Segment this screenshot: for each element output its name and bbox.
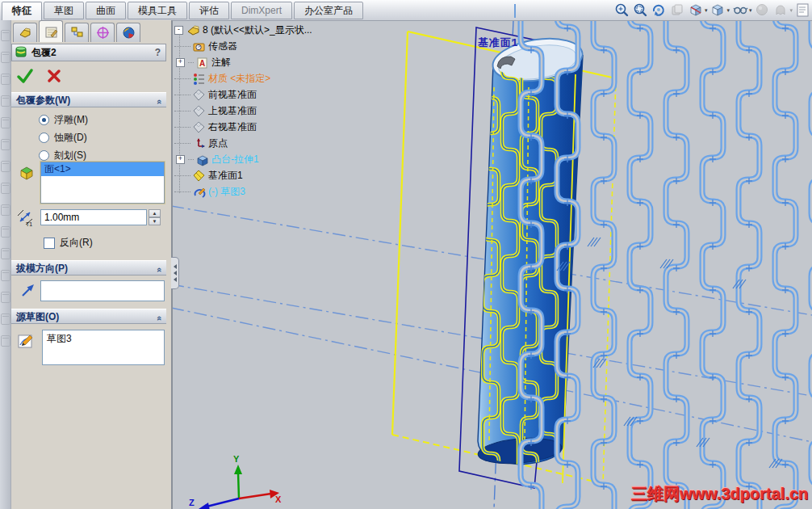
features-tab-icon[interactable] (13, 23, 37, 42)
help-button[interactable]: ? (155, 47, 161, 58)
thickness-stepper[interactable]: ▲ ▼ (149, 209, 161, 225)
tree-item-label: 基准面1 (208, 169, 243, 183)
section-source-sketch[interactable]: 源草图(O) « (11, 309, 166, 324)
tree-item-label: 8 (默认<<默认>_显示状... (203, 23, 312, 37)
scene-icon[interactable]: ▾ (772, 2, 793, 19)
tree-item-原点[interactable]: 原点 (174, 135, 348, 151)
docked-tool-icon (1, 292, 10, 303)
menu-tab-评估[interactable]: 评估 (189, 2, 229, 19)
tree-item-上视基准面[interactable]: 上视基准面 (174, 103, 348, 119)
docked-tool-icon (1, 161, 10, 172)
menu-tab-DimXpert[interactable]: DimXpert (231, 2, 292, 19)
application-window: YXZ 基准面1 三维网www.3dportal.cn 特征草图曲面模具工具评估… (0, 0, 812, 509)
section-title: 拔模方向(P) (16, 263, 68, 274)
thickness-input[interactable] (40, 209, 147, 225)
radio-浮雕(M)[interactable]: 浮雕(M) (39, 111, 88, 128)
section-pull-direction[interactable]: 拔模方向(P) « (11, 260, 166, 276)
zoom-fit-icon[interactable] (613, 2, 630, 19)
menu-bar: 特征草图曲面模具工具评估DimXpert办公室产品 ▾▾▾▾ (0, 0, 812, 21)
docked-tool-icon (1, 117, 10, 128)
docked-tool-icon (1, 204, 10, 216)
tree-item-label: 右视基准面 (208, 120, 257, 134)
dropdown-arrow-icon[interactable]: ▾ (749, 7, 752, 14)
radio-刻划(S)[interactable]: 刻划(S) (39, 147, 86, 163)
menu-tab-特征[interactable]: 特征 (2, 2, 42, 21)
tree-branch-line (174, 45, 190, 47)
feature-header: 包覆2 ? (11, 44, 166, 61)
tree-item-右视基准面[interactable]: 右视基准面 (174, 119, 348, 135)
property-manager-tab-icon[interactable] (39, 20, 63, 42)
docked-tool-icon (1, 248, 10, 259)
menu-tab-模具工具[interactable]: 模具工具 (128, 2, 187, 19)
tree-item-凸台-拉伸1[interactable]: +凸台-拉伸1 (174, 151, 348, 167)
radio-button-icon[interactable] (39, 133, 49, 143)
tree-expand-icon[interactable]: + (176, 58, 185, 67)
rotate-view-icon[interactable] (651, 2, 668, 19)
plane-icon (192, 88, 206, 102)
stepper-down-icon[interactable]: ▼ (149, 217, 161, 225)
plane-selected-icon (192, 169, 206, 183)
tree-expand-icon[interactable]: + (176, 155, 185, 164)
dimxpert-tab-icon[interactable] (116, 23, 140, 42)
tree-collapse-icon[interactable]: - (174, 26, 183, 35)
configuration-tab-icon[interactable] (65, 23, 89, 42)
tree-item-前视基准面[interactable]: 前视基准面 (174, 86, 348, 103)
display-style-icon[interactable]: ▾ (732, 2, 753, 19)
stepper-up-icon[interactable]: ▲ (149, 209, 161, 217)
face-selection-icon (18, 164, 36, 185)
selected-face-item[interactable]: 面<1> (41, 162, 164, 176)
triad-axis-label: X (275, 494, 282, 504)
section-wrap-parameters[interactable]: 包覆参数(W) « (11, 92, 166, 107)
radio-button-icon[interactable] (39, 150, 49, 161)
menu-tab-曲面[interactable]: 曲面 (86, 2, 126, 19)
tree-branch-line (174, 191, 190, 192)
source-sketch-box[interactable]: 草图3 (42, 330, 165, 365)
face-selection-listbox[interactable]: 面<1> (40, 162, 165, 204)
collapse-chevron-icon: « (153, 316, 167, 321)
menu-tab-办公室产品[interactable]: 办公室产品 (294, 2, 363, 19)
reverse-checkbox[interactable] (44, 238, 55, 249)
reverse-label: 反向(R) (60, 236, 93, 250)
menu-tab-草图[interactable]: 草图 (44, 2, 84, 19)
tree-item-label: 传感器 (208, 40, 237, 53)
section-view-icon[interactable]: ▾ (688, 2, 709, 19)
docked-tool-icon (1, 313, 10, 325)
cancel-button[interactable] (45, 67, 63, 88)
tree-item-基准面1[interactable]: 基准面1 (174, 167, 348, 183)
radio-button-icon[interactable] (39, 115, 49, 125)
docked-tool-icon (1, 74, 10, 85)
tree-branch-line (174, 175, 190, 176)
collapse-chevron-icon: « (153, 99, 167, 104)
radio-label: 蚀雕(D) (54, 131, 87, 145)
panel-collapse-handle[interactable] (171, 257, 179, 289)
svg-text:T1: T1 (26, 221, 32, 227)
pan-icon[interactable] (669, 2, 686, 19)
tree-item-传感器[interactable]: 传感器 (174, 38, 348, 54)
tree-item-材质 <未指定>[interactable]: 材质 <未指定> (174, 70, 348, 86)
tree-item-label: 材质 <未指定> (208, 72, 270, 86)
view-orientation-icon[interactable]: ▾ (709, 2, 730, 19)
tree-item-8 (默认<<默认>_显示状...[interactable]: -8 (默认<<默认>_显示状... (174, 22, 348, 38)
material-icon (192, 72, 206, 86)
tree-item-label: 注解 (211, 56, 231, 69)
ok-button[interactable] (16, 67, 34, 88)
watermark-text: 三维网www.3dportal.cn (631, 483, 808, 505)
radio-蚀雕(D)[interactable]: 蚀雕(D) (39, 129, 87, 145)
dropdown-arrow-icon[interactable]: ▾ (726, 7, 730, 14)
tree-branch-line (174, 78, 190, 79)
display-manager-tab-icon[interactable] (90, 23, 115, 42)
appearance-icon[interactable] (754, 2, 771, 19)
tree-item-label: 上视基准面 (208, 104, 257, 118)
pull-direction-box[interactable] (40, 280, 165, 301)
tree-item-label: 凸台-拉伸1 (211, 153, 259, 166)
dropdown-arrow-icon[interactable]: ▾ (789, 7, 793, 14)
tree-branch-line (174, 94, 190, 95)
edge-doc-icon[interactable] (795, 2, 812, 19)
direction-arrow-icon (19, 281, 37, 302)
zoom-area-icon[interactable] (632, 2, 649, 19)
plane-icon (192, 120, 206, 134)
tree-item-注解[interactable]: +A注解 (174, 54, 348, 70)
dropdown-arrow-icon[interactable]: ▾ (705, 7, 708, 14)
property-manager-panel: 包覆2 ? 包覆参数(W) « 浮雕(M)蚀雕(D)刻划(S) 面<1> T1 … (0, 20, 171, 509)
tree-item-(-) 草图3[interactable]: (-) 草图3 (174, 183, 348, 200)
